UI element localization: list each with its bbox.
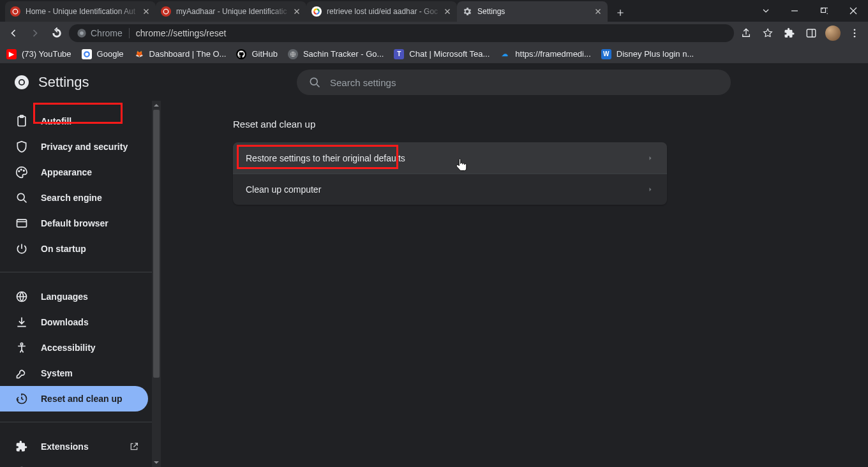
tab-search-button[interactable]: [754, 0, 777, 22]
forward-button[interactable]: [26, 24, 45, 43]
tab-settings[interactable]: Settings: [457, 1, 608, 22]
nav-label: Privacy and security: [41, 142, 128, 152]
address-bar[interactable]: Chrome chrome://settings/reset: [69, 24, 734, 42]
nav-search-engine[interactable]: Search engine: [0, 185, 148, 211]
bookmark-tracker[interactable]: Sachin Tracker - Go...: [288, 49, 384, 59]
scrollbar-up-icon[interactable]: [152, 101, 161, 110]
bookmark-framedmedia[interactable]: ☁https://framedmedi...: [500, 49, 591, 59]
globe-icon: [288, 49, 298, 59]
sidebar-scrollbar[interactable]: [152, 101, 161, 467]
teams-icon: T: [394, 49, 404, 59]
nav-accessibility[interactable]: Accessibility: [0, 335, 148, 360]
nav-autofill[interactable]: Autofill: [0, 108, 148, 134]
settings-sidebar: Autofill Privacy and security Appearance…: [0, 101, 161, 467]
search-placeholder: Search settings: [330, 77, 396, 88]
favicon-uidai-icon: [10, 6, 20, 17]
chrome-menu-button[interactable]: [845, 24, 864, 43]
favicon-uidai-icon: [161, 6, 171, 17]
search-icon: [15, 191, 28, 204]
nav-on-startup[interactable]: On startup: [0, 236, 148, 262]
site-chip: Chrome: [77, 28, 123, 38]
tab-title: retrieve lost uid/eid aadhar - Goc: [327, 7, 443, 16]
autofill-icon: [15, 115, 28, 128]
tab-title: myAadhaar - Unique Identificatic: [176, 7, 292, 16]
tab-uidai-home[interactable]: Home - Unique Identification Aut: [5, 1, 156, 22]
nav-system[interactable]: System: [0, 360, 148, 386]
close-icon[interactable]: [594, 7, 602, 16]
svg-point-12: [854, 36, 856, 38]
nav-separator: [0, 422, 152, 422]
nav-label: Extensions: [41, 441, 89, 452]
nav-reset[interactable]: Reset and clean up: [0, 386, 148, 411]
minimize-button[interactable]: [780, 0, 809, 22]
nav-about[interactable]: About Chrome: [0, 459, 148, 467]
page-title: Settings: [38, 74, 89, 91]
close-icon[interactable]: [292, 7, 301, 16]
nav-label: Languages: [41, 292, 88, 302]
bookmark-dashboard[interactable]: 🦊Dashboard | The O...: [134, 49, 227, 59]
wrench-icon: [15, 367, 28, 380]
nav-appearance[interactable]: Appearance: [0, 159, 148, 185]
svg-point-1: [163, 9, 168, 14]
svg-point-27: [20, 343, 22, 345]
profile-avatar[interactable]: [823, 24, 842, 43]
nav-label: Reset and clean up: [41, 394, 123, 404]
row-restore-defaults[interactable]: Restore settings to their original defau…: [233, 142, 667, 174]
extensions-button[interactable]: [780, 24, 799, 43]
close-window-button[interactable]: [839, 0, 868, 22]
bookmark-star-button[interactable]: [758, 24, 777, 43]
row-clean-up-computer[interactable]: Clean up computer: [233, 174, 667, 205]
bookmark-google[interactable]: Google: [82, 49, 124, 59]
tab-myaadhaar[interactable]: myAadhaar - Unique Identificatic: [156, 1, 306, 22]
browser-icon: [15, 217, 28, 230]
tab-title: Settings: [477, 7, 594, 16]
github-icon: [236, 49, 246, 59]
nav-downloads[interactable]: Downloads: [0, 309, 148, 335]
bookmark-label: Chat | Microsoft Tea...: [409, 49, 490, 59]
scrollbar-thumb[interactable]: [153, 110, 160, 378]
svg-point-10: [854, 29, 856, 31]
bookmark-label: https://framedmedi...: [515, 49, 591, 59]
nav-privacy[interactable]: Privacy and security: [0, 134, 148, 159]
svg-point-24: [17, 193, 24, 200]
settings-page: Settings Search settings Autofill Privac…: [0, 64, 868, 467]
globe-icon: [15, 290, 28, 303]
maximize-button[interactable]: [809, 0, 839, 22]
bookmark-label: Dashboard | The O...: [149, 49, 227, 59]
chevron-right-icon: [647, 154, 654, 162]
w-icon: W: [601, 49, 611, 59]
new-tab-button[interactable]: [611, 4, 629, 22]
close-icon[interactable]: [142, 7, 151, 16]
puzzle-icon: [15, 440, 28, 453]
bookmark-label: Sachin Tracker - Go...: [303, 49, 384, 59]
tab-google-search[interactable]: retrieve lost uid/eid aadhar - Goc: [306, 1, 457, 22]
power-icon: [15, 242, 28, 255]
tab-title: Home - Unique Identification Aut: [26, 7, 142, 16]
row-label: Clean up computer: [246, 184, 321, 195]
side-panel-button[interactable]: [802, 24, 821, 43]
avatar-icon: [825, 26, 841, 41]
bookmark-disney[interactable]: WDisney Plus login n...: [601, 49, 694, 59]
chevron-right-icon: [647, 186, 654, 193]
bookmark-github[interactable]: GitHub: [236, 49, 277, 59]
search-settings-input[interactable]: Search settings: [297, 70, 731, 95]
nav-default-browser[interactable]: Default browser: [0, 211, 148, 236]
close-icon[interactable]: [443, 7, 452, 16]
section-title: Reset and clean up: [233, 119, 667, 130]
nav-languages[interactable]: Languages: [0, 284, 148, 309]
bookmark-youtube[interactable]: ▶(73) YouTube: [6, 49, 71, 59]
bookmark-label: GitHub: [251, 49, 277, 59]
back-button[interactable]: [4, 24, 23, 43]
nav-label: System: [41, 368, 73, 378]
scrollbar-down-icon[interactable]: [152, 458, 161, 467]
bookmark-teams[interactable]: TChat | Microsoft Tea...: [394, 49, 490, 59]
reset-card: Restore settings to their original defau…: [233, 142, 667, 205]
share-button[interactable]: [737, 24, 756, 43]
reload-button[interactable]: [47, 24, 66, 43]
svg-rect-25: [17, 219, 27, 227]
svg-rect-6: [821, 8, 826, 13]
nav-extensions[interactable]: Extensions: [0, 434, 148, 459]
svg-point-22: [20, 169, 22, 170]
omnibox-separator: [129, 28, 130, 38]
nav-label: Default browser: [41, 218, 108, 228]
